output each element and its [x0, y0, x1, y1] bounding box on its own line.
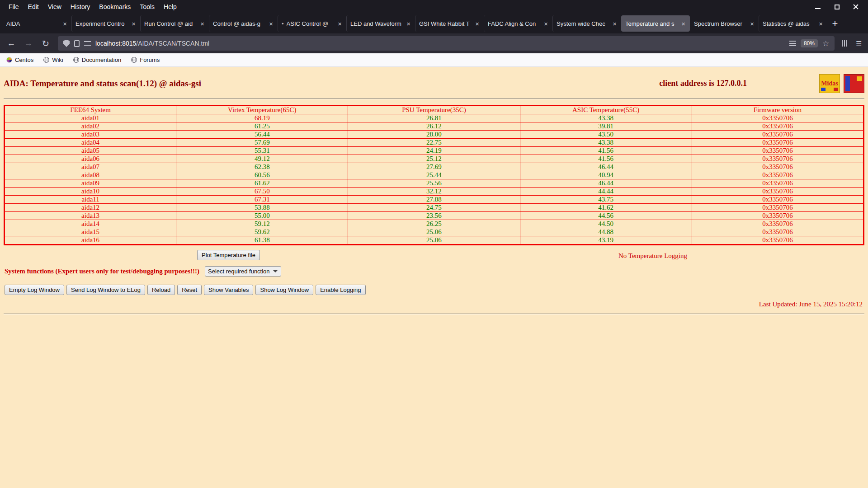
tab-close-icon[interactable]: ×: [199, 20, 205, 28]
tab-statistics-aidas[interactable]: Statistics @ aidas×: [759, 15, 827, 32]
below-table-row: Plot Temperature file No Temperature Log…: [4, 248, 864, 264]
permissions-icon[interactable]: [84, 41, 91, 46]
fee64-name: aida02: [5, 122, 176, 131]
button-show-variables[interactable]: Show Variables: [204, 285, 253, 295]
fee64-name: aida07: [5, 163, 176, 171]
menu-edit[interactable]: Edit: [24, 2, 43, 12]
minimize-button[interactable]: [815, 4, 821, 10]
tab-close-icon[interactable]: ×: [406, 20, 411, 28]
close-window-button[interactable]: [853, 4, 859, 10]
forward-icon[interactable]: →: [24, 38, 33, 48]
back-icon[interactable]: ←: [6, 38, 16, 48]
tab-label: Temperature and s: [625, 20, 678, 27]
bookmark-wiki[interactable]: Wiki: [43, 56, 63, 63]
url-text[interactable]: localhost:8015/AIDA/TSCAN/TSCAN.tml: [95, 40, 785, 47]
tracking-protection-shield-icon[interactable]: [63, 40, 70, 47]
fee64-name: aida11: [5, 196, 176, 204]
tab-close-icon[interactable]: ×: [474, 20, 480, 28]
bookmark-label: Centos: [15, 56, 33, 63]
psu-temperature: 26.12: [348, 122, 520, 131]
menu-view[interactable]: View: [44, 2, 66, 12]
tab-system-wide-chec[interactable]: System wide Chec×: [552, 15, 621, 32]
button-enable-logging[interactable]: Enable Logging: [316, 285, 365, 295]
tab-led-and-waveform[interactable]: LED and Waveform×: [346, 15, 415, 32]
no-logging-status: No Temperature Logging: [618, 252, 687, 260]
tab-label: Spectrum Browser: [694, 20, 746, 27]
tab-close-icon[interactable]: ×: [680, 20, 686, 28]
bookmarks-bar: CentosWikiDocumentationForums: [0, 53, 868, 67]
psu-temperature: 27.69: [348, 163, 520, 171]
bookmark-forums[interactable]: Forums: [131, 56, 160, 63]
bookmark-centos[interactable]: Centos: [6, 56, 33, 63]
url-bar[interactable]: localhost:8015/AIDA/TSCAN/TSCAN.tml 80% …: [58, 36, 835, 51]
tab-close-icon[interactable]: ×: [818, 20, 824, 28]
button-reset[interactable]: Reset: [177, 285, 202, 295]
button-show-log-window[interactable]: Show Log Window: [255, 285, 313, 295]
asic-temperature: 46.44: [520, 179, 692, 188]
menu-bookmarks[interactable]: Bookmarks: [95, 2, 135, 12]
tab-fadc-align-con[interactable]: FADC Align & Con×: [484, 15, 552, 32]
virtex-temperature: 67.50: [176, 188, 348, 196]
hamburger-menu-icon[interactable]: ≡: [856, 38, 862, 49]
menu-tools[interactable]: Tools: [136, 2, 159, 12]
tab-spectrum-browser[interactable]: Spectrum Browser×: [690, 15, 759, 32]
fee64-name: aida01: [5, 114, 176, 122]
menu-help[interactable]: Help: [160, 2, 181, 12]
bookmark-star-icon[interactable]: ☆: [822, 39, 829, 48]
virtex-temperature: 53.88: [176, 204, 348, 212]
midas-logo-label: Midas: [821, 80, 838, 87]
maximize-button[interactable]: [834, 4, 840, 10]
bookmark-documentation[interactable]: Documentation: [73, 56, 121, 63]
virtex-temperature: 55.00: [176, 212, 348, 220]
divider: [4, 99, 864, 99]
psu-temperature: 22.75: [348, 139, 520, 147]
plot-temperature-button[interactable]: Plot Temperature file: [197, 250, 260, 260]
fee64-name: aida06: [5, 155, 176, 163]
button-empty-log-window[interactable]: Empty Log Window: [5, 285, 64, 295]
button-send-log-window-to-elog[interactable]: Send Log Window to ELog: [66, 285, 145, 295]
tab-bar: AIDA×Experiment Contro×Run Control @ aid…: [0, 14, 868, 33]
reload-icon[interactable]: ↻: [41, 38, 51, 49]
table-row: aida1253.8824.7541.620x3350706: [5, 204, 864, 212]
tab-gsi-white-rabbit-t[interactable]: GSI White Rabbit T×: [415, 15, 484, 32]
tab-close-icon[interactable]: ×: [268, 20, 274, 28]
tab-close-icon[interactable]: ×: [62, 20, 68, 28]
tab-close-icon[interactable]: ×: [612, 20, 618, 28]
asic-temperature: 41.56: [520, 155, 692, 163]
tab-run-control-aid[interactable]: Run Control @ aid×: [140, 15, 209, 32]
tab-asic-control[interactable]: •ASIC Control @×: [278, 15, 346, 32]
library-icon[interactable]: [842, 40, 849, 47]
firmware-version: 0x3350706: [692, 179, 863, 188]
tab-close-icon[interactable]: ×: [749, 20, 755, 28]
tab-experiment-contro[interactable]: Experiment Contro×: [71, 15, 140, 32]
tab-aida[interactable]: AIDA×: [3, 15, 71, 32]
tab-label: Statistics @ aidas: [763, 20, 815, 27]
bookmark-label: Forums: [140, 56, 160, 63]
virtex-temperature: 56.44: [176, 131, 348, 139]
menu-file[interactable]: File: [5, 2, 23, 12]
tab-close-icon[interactable]: ×: [543, 20, 549, 28]
table-row: aida1459.1226.2544.500x3350706: [5, 220, 864, 228]
bookmark-label: Wiki: [52, 56, 63, 63]
window-controls: [815, 4, 863, 10]
virtex-temperature: 55.31: [176, 147, 348, 155]
tab-close-icon[interactable]: ×: [337, 20, 343, 28]
psu-temperature: 27.88: [348, 196, 520, 204]
virtex-temperature: 68.19: [176, 114, 348, 122]
menu-history[interactable]: History: [66, 2, 94, 12]
button-reload[interactable]: Reload: [147, 285, 175, 295]
zoom-level-indicator[interactable]: 80%: [801, 39, 818, 47]
asic-temperature: 43.50: [520, 131, 692, 139]
tab-temperature-and-s[interactable]: Temperature and s×: [621, 15, 690, 32]
asic-temperature: 43.75: [520, 196, 692, 204]
psu-temperature: 25.44: [348, 171, 520, 179]
tab-control-aidas-g[interactable]: Control @ aidas-g×: [209, 15, 278, 32]
new-tab-button[interactable]: +: [827, 16, 843, 31]
psu-temperature: 24.19: [348, 147, 520, 155]
tab-close-icon[interactable]: ×: [131, 20, 137, 28]
asic-temperature: 46.44: [520, 163, 692, 171]
page-info-icon[interactable]: [74, 40, 80, 47]
table-header-row: FEE64 SystemVirtex Temperature(65C)PSU T…: [5, 106, 864, 114]
function-select[interactable]: Select required function: [205, 266, 281, 277]
reader-mode-icon[interactable]: [789, 41, 796, 47]
